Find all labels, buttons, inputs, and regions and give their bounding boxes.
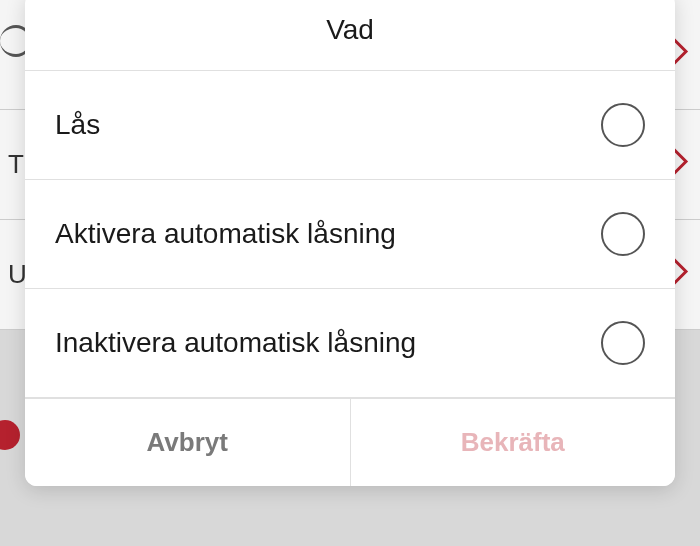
bg-hint-text: T — [8, 149, 24, 180]
dialog-title: Vad — [25, 0, 675, 71]
bg-hint-text: U — [8, 259, 27, 290]
option-lock[interactable]: Lås — [25, 71, 675, 180]
partial-dot-icon — [0, 420, 20, 450]
cancel-button[interactable]: Avbryt — [25, 399, 351, 486]
option-label: Aktivera automatisk låsning — [55, 218, 396, 250]
option-label: Inaktivera automatisk låsning — [55, 327, 416, 359]
dialog-footer: Avbryt Bekräfta — [25, 398, 675, 486]
radio-unchecked-icon — [601, 212, 645, 256]
confirm-button[interactable]: Bekräfta — [351, 399, 676, 486]
option-label: Lås — [55, 109, 100, 141]
option-enable-auto-lock[interactable]: Aktivera automatisk låsning — [25, 180, 675, 289]
option-disable-auto-lock[interactable]: Inaktivera automatisk låsning — [25, 289, 675, 398]
radio-unchecked-icon — [601, 103, 645, 147]
selection-dialog: Vad Lås Aktivera automatisk låsning Inak… — [25, 0, 675, 486]
radio-unchecked-icon — [601, 321, 645, 365]
